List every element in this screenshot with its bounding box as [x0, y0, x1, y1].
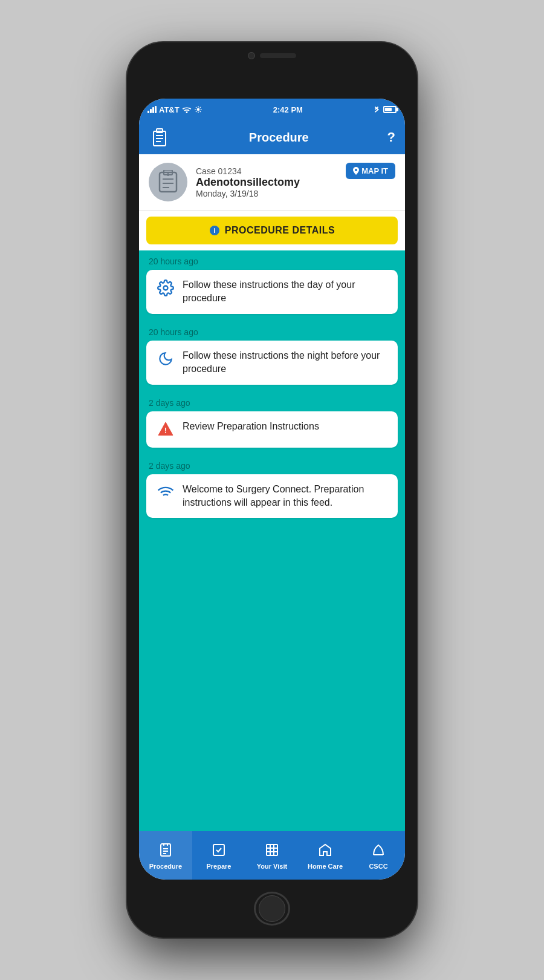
brightness-icon: [194, 105, 202, 114]
map-button-label: MAP IT: [361, 166, 388, 175]
signal-bars-icon: [147, 106, 157, 113]
nav-prepare-icon: [212, 843, 226, 861]
svg-point-1: [196, 108, 199, 111]
feed-card-text-4: Welcome to Surgery Connect. Preparation …: [183, 483, 388, 510]
home-button[interactable]: [254, 892, 290, 926]
feed-timestamp-4: 2 days ago: [139, 455, 405, 474]
feed-area: 20 hours ago Follow these instructions t…: [139, 250, 405, 831]
status-bar: AT&T: [139, 99, 405, 120]
info-icon: i: [209, 225, 220, 236]
battery-icon: [383, 106, 397, 113]
app-header: Procedure ?: [139, 120, 405, 154]
signal-icon: [156, 483, 175, 502]
svg-text:!: !: [164, 425, 167, 434]
feed-card-text-2: Follow these instructions the night befo…: [183, 349, 388, 376]
nav-prepare-label: Prepare: [207, 863, 232, 870]
home-button-inner: [259, 895, 285, 922]
front-camera: [248, 52, 255, 59]
phone-screen: AT&T: [139, 99, 405, 879]
feed-card-1[interactable]: Follow these instructions the day of you…: [146, 270, 398, 314]
nav-your-visit[interactable]: Your Visit: [245, 831, 299, 880]
svg-text:i: i: [213, 227, 216, 234]
nav-visit-icon: [265, 843, 279, 861]
case-procedure: Adenotonsillectomy: [196, 176, 337, 189]
nav-cscc[interactable]: CSCC: [352, 831, 405, 880]
nav-cscc-label: CSCC: [369, 863, 387, 870]
feed-timestamp-2: 20 hours ago: [139, 321, 405, 341]
svg-line-7: [199, 111, 201, 112]
nav-home-care[interactable]: Home Care: [299, 831, 352, 880]
svg-point-25: [164, 286, 168, 290]
feed-card-text-3: Review Preparation Instructions: [183, 420, 319, 433]
feed-card-4[interactable]: Welcome to Surgery Connect. Preparation …: [146, 474, 398, 518]
wifi-icon: [182, 106, 192, 113]
nav-procedure-label: Procedure: [149, 863, 182, 870]
carrier-label: AT&T: [159, 105, 180, 114]
header-title: Procedure: [249, 131, 309, 145]
nav-visit-label: Your Visit: [257, 863, 287, 870]
speaker: [260, 53, 296, 58]
bluetooth-icon: [374, 105, 380, 114]
svg-line-6: [196, 107, 197, 108]
procedure-details-button[interactable]: i PROCEDURE DETAILS: [146, 217, 398, 244]
gear-icon: [156, 278, 175, 298]
case-card: Case 01234 Adenotonsillectomy Monday, 3/…: [139, 154, 405, 211]
nav-homecare-icon: [318, 843, 332, 861]
header-clipboard-icon: [149, 126, 170, 148]
case-number: Case 01234: [196, 166, 337, 176]
nav-homecare-label: Home Care: [308, 863, 343, 870]
svg-point-22: [355, 169, 357, 171]
feed-card-2[interactable]: Follow these instructions the night befo…: [146, 341, 398, 385]
svg-line-8: [196, 111, 197, 112]
status-left: AT&T: [147, 105, 202, 114]
feed-card-3[interactable]: ! Review Preparation Instructions: [146, 411, 398, 448]
feed-timestamp-1: 20 hours ago: [139, 250, 405, 270]
nav-prepare[interactable]: Prepare: [192, 831, 245, 880]
time-label: 2:42 PM: [273, 105, 303, 114]
svg-rect-36: [267, 844, 277, 855]
svg-rect-35: [213, 844, 224, 855]
case-date: Monday, 3/19/18: [196, 189, 337, 198]
phone-top-bar: [127, 42, 417, 68]
status-right: [374, 105, 397, 114]
feed-timestamp-3: 2 days ago: [139, 392, 405, 411]
feed-card-text-1: Follow these instructions the day of you…: [183, 278, 388, 305]
svg-line-9: [199, 107, 201, 108]
case-avatar: [149, 163, 187, 201]
battery-fill: [385, 108, 392, 111]
moon-icon: [156, 349, 175, 368]
map-pin-icon: [353, 167, 359, 175]
nav-procedure[interactable]: Procedure: [139, 831, 192, 880]
warning-icon: !: [156, 420, 175, 439]
bottom-nav: Procedure Prepare: [139, 831, 405, 880]
map-button[interactable]: MAP IT: [346, 163, 395, 179]
nav-cscc-icon: [371, 843, 386, 861]
case-info: Case 01234 Adenotonsillectomy Monday, 3/…: [196, 166, 337, 198]
phone-device: AT&T: [127, 42, 417, 938]
nav-procedure-icon: [158, 843, 173, 861]
help-button[interactable]: ?: [387, 129, 395, 145]
procedure-details-label: PROCEDURE DETAILS: [225, 225, 335, 236]
